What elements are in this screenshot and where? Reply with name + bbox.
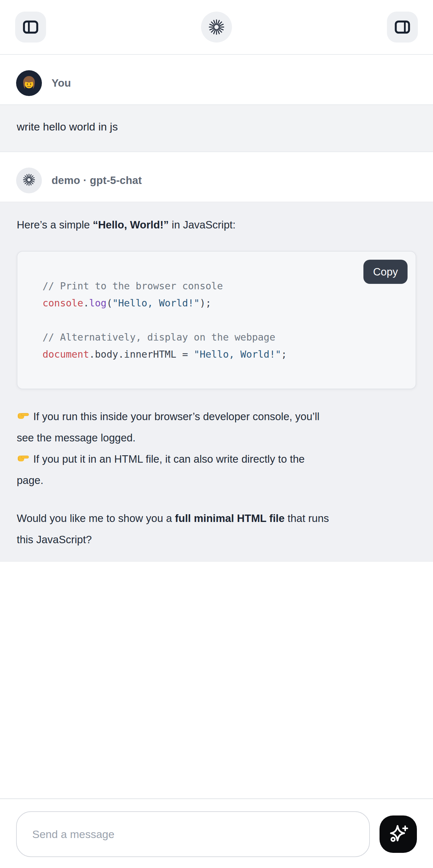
sidebar-right-icon: [394, 19, 411, 35]
copy-code-button[interactable]: Copy: [363, 260, 407, 284]
starburst-logo-icon: [208, 19, 225, 36]
code-line: // Print to the browser console: [42, 277, 403, 294]
starburst-icon: [22, 173, 36, 188]
assistant-intro-text: Here’s a simple “Hello, World!” in JavaS…: [17, 214, 416, 236]
message-input[interactable]: [16, 811, 370, 857]
user-sender-name: You: [52, 77, 71, 89]
point-right-emoji: [17, 408, 30, 421]
sidebar-left-icon: [22, 19, 39, 35]
sidebar-toggle-button[interactable]: [15, 11, 46, 42]
code-line: console.log("Hello, World!");: [42, 294, 403, 312]
sparkle-icon: [388, 823, 409, 845]
person-emoji: [19, 72, 39, 94]
point-right-emoji: [17, 451, 30, 463]
chat-scroll-area: You write hello world in js: [0, 55, 433, 798]
user-message-text: write hello world in js: [17, 121, 118, 133]
user-message: write hello world in js: [0, 104, 433, 152]
right-panel-toggle-button[interactable]: [387, 11, 418, 42]
top-bar: [0, 0, 433, 55]
assistant-sender-name: demo · gpt-5-chat: [52, 174, 142, 187]
code-line: // Alternatively, display on the webpage: [42, 329, 403, 346]
assistant-message: Here’s a simple “Hello, World!” in JavaS…: [0, 202, 433, 562]
composer-bar: [0, 798, 433, 868]
assistant-message-header: demo · gpt-5-chat: [0, 152, 433, 202]
empty-chat-space: [0, 562, 433, 798]
generate-button[interactable]: [379, 815, 417, 853]
user-avatar: [16, 70, 42, 96]
app-logo-button[interactable]: [201, 11, 232, 42]
assistant-avatar: [16, 167, 42, 193]
code-line: document.body.innerHTML = "Hello, World!…: [42, 346, 403, 363]
assistant-paragraph-2: Would you like me to show you a full min…: [17, 508, 416, 550]
code-block: Copy // Print to the browser consolecons…: [17, 251, 416, 389]
code-content: // Print to the browser consoleconsole.l…: [18, 252, 415, 389]
code-line: [42, 312, 403, 329]
assistant-paragraph-1: If you run this inside your browser’s de…: [17, 406, 416, 491]
user-message-header: You: [0, 55, 433, 104]
